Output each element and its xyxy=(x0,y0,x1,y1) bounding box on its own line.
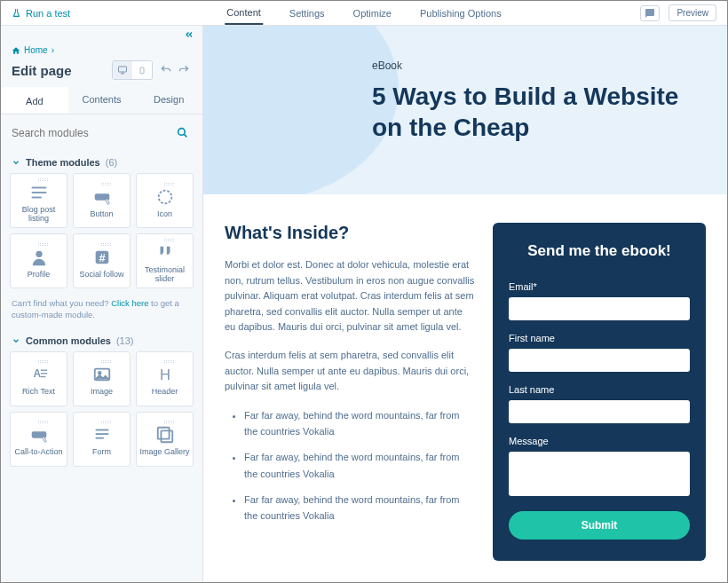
circle-icon xyxy=(155,187,175,207)
message-field[interactable] xyxy=(509,452,690,496)
svg-rect-14 xyxy=(40,376,45,377)
submit-button[interactable]: Submit xyxy=(509,511,690,540)
redo-button[interactable] xyxy=(176,61,192,79)
field-label: Last name xyxy=(509,384,690,395)
run-test-label: Run a test xyxy=(26,8,70,19)
page-title: Edit page xyxy=(12,63,107,78)
svg-text:A: A xyxy=(33,367,41,380)
svg-point-7 xyxy=(158,190,171,203)
module-label: Icon xyxy=(157,210,172,219)
undo-icon xyxy=(160,64,172,76)
module-profile[interactable]: Profile xyxy=(10,233,67,288)
search-input[interactable] xyxy=(12,123,192,143)
module-rich-text[interactable]: ARich Text xyxy=(10,351,67,406)
sidebar-tab-contents[interactable]: Contents xyxy=(68,87,136,114)
desktop-view-button[interactable] xyxy=(113,61,132,79)
theme-modules-grid: Blog post listingButtonIconProfile#Socia… xyxy=(1,173,202,288)
svg-rect-1 xyxy=(140,67,144,74)
svg-rect-0 xyxy=(119,67,127,72)
module-form[interactable]: Form xyxy=(73,412,131,467)
run-test-link[interactable]: Run a test xyxy=(12,8,70,19)
search-icon xyxy=(177,127,188,138)
list-item: Far far away, behind the word mountains,… xyxy=(244,449,475,482)
lines-icon xyxy=(29,183,49,202)
sidebar-tab-design[interactable]: Design xyxy=(135,87,202,114)
mobile-view-button[interactable] xyxy=(132,61,152,79)
breadcrumb[interactable]: Home › xyxy=(1,43,202,57)
svg-point-16 xyxy=(98,372,100,374)
svg-point-2 xyxy=(178,129,186,136)
svg-text:#: # xyxy=(99,250,105,264)
cta-icon xyxy=(29,425,49,445)
module-label: Image xyxy=(91,388,113,397)
field-label: Message xyxy=(509,436,690,446)
tab-settings[interactable]: Settings xyxy=(288,1,327,25)
module-label: Rich Text xyxy=(22,388,55,397)
svg-rect-13 xyxy=(40,373,46,374)
module-button[interactable]: Button xyxy=(73,173,131,228)
hero-section: eBook 5 Ways to Build a Website on the C… xyxy=(203,26,727,194)
svg-text:H: H xyxy=(160,366,170,382)
module-label: Header xyxy=(152,388,178,397)
lastname-field[interactable] xyxy=(509,400,690,423)
collapse-sidebar-button[interactable] xyxy=(1,26,202,43)
firstname-field[interactable] xyxy=(509,349,690,372)
list-item: Far far away, behind the word mountains,… xyxy=(244,492,475,524)
field-label: First name xyxy=(509,333,690,343)
undo-button[interactable] xyxy=(158,61,174,79)
custom-module-link[interactable]: Click here xyxy=(111,298,148,308)
sidebar-tab-add[interactable]: Add xyxy=(1,87,68,114)
module-social-follow[interactable]: #Social follow xyxy=(73,233,131,288)
chevron-double-left-icon xyxy=(183,29,195,40)
module-testimonial-slider[interactable]: Testimonial slider xyxy=(136,233,194,288)
svg-rect-3 xyxy=(31,186,46,188)
svg-rect-4 xyxy=(31,192,46,193)
module-blog-post-listing[interactable]: Blog post listing xyxy=(10,173,67,228)
module-call-to-action[interactable]: Call-to-Action xyxy=(10,412,67,467)
mobile-icon xyxy=(138,65,146,76)
beaker-icon xyxy=(12,8,21,18)
email-field[interactable] xyxy=(509,297,690,320)
svg-rect-21 xyxy=(95,437,103,439)
module-image-gallery[interactable]: Image Gallery xyxy=(136,412,194,467)
module-label: Image Gallery xyxy=(139,448,189,457)
profile-icon xyxy=(29,248,49,267)
chevron-right-icon: › xyxy=(51,45,54,55)
module-icon[interactable]: Icon xyxy=(136,173,194,228)
top-tabs: Content Settings Optimize Publishing Opt… xyxy=(225,1,502,25)
module-header[interactable]: HHeader xyxy=(136,351,194,406)
sidebar: Home › Edit page Add Contents Design T xyxy=(1,26,203,582)
search-modules xyxy=(1,114,202,152)
svg-rect-22 xyxy=(161,431,172,443)
preview-button[interactable]: Preview xyxy=(669,4,716,21)
svg-rect-20 xyxy=(95,433,108,435)
gallery-icon xyxy=(155,425,175,445)
redo-icon xyxy=(178,64,190,76)
content-column: What's Inside? Morbi et dolor est. Donec… xyxy=(225,223,475,561)
module-image[interactable]: Image xyxy=(73,351,131,406)
module-label: Call-to-Action xyxy=(14,448,62,457)
tab-content[interactable]: Content xyxy=(225,1,263,25)
richtext-icon: A xyxy=(29,365,49,384)
tab-optimize[interactable]: Optimize xyxy=(352,1,393,25)
desktop-icon xyxy=(116,65,129,75)
tab-publishing[interactable]: Publishing Options xyxy=(418,1,503,25)
sidebar-tabs: Add Contents Design xyxy=(1,87,202,114)
form-icon xyxy=(92,425,112,445)
chat-button[interactable] xyxy=(640,5,660,21)
home-icon xyxy=(12,46,20,55)
common-modules-count: (13) xyxy=(116,335,134,346)
common-modules-header[interactable]: Common modules (13) xyxy=(1,330,202,351)
svg-rect-12 xyxy=(40,370,46,371)
header-icon: H xyxy=(155,365,175,384)
theme-modules-header[interactable]: Theme modules (6) xyxy=(1,152,202,173)
button-icon xyxy=(92,187,112,207)
theme-modules-label: Theme modules xyxy=(26,157,100,168)
page-canvas[interactable]: eBook 5 Ways to Build a Website on the C… xyxy=(203,26,727,582)
helper-text: Can't find what you need? Click here to … xyxy=(1,288,202,330)
list-item: Far far away, behind the word mountains,… xyxy=(244,407,475,440)
field-label: Email* xyxy=(509,281,690,292)
module-label: Testimonial slider xyxy=(137,266,193,284)
form-card: Send me the ebook! Email*First nameLast … xyxy=(493,223,706,561)
common-modules-label: Common modules xyxy=(26,335,111,346)
